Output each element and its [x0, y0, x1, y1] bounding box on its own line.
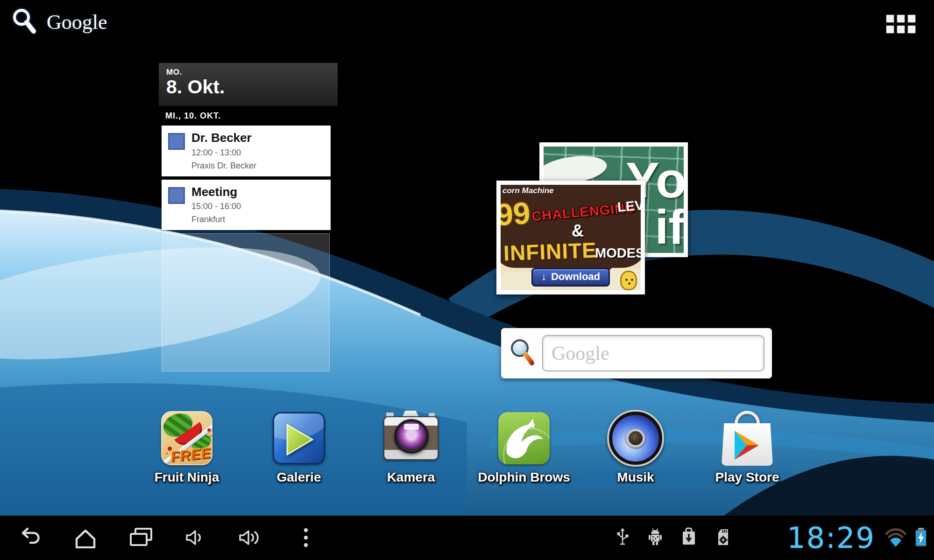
app-musik[interactable]: Musik	[584, 411, 687, 485]
volume-down-button[interactable]	[183, 527, 207, 550]
quick-search-bar[interactable]: Google	[11, 7, 107, 37]
play-store-icon	[720, 411, 775, 466]
app-label: Dolphin Brows	[478, 470, 570, 485]
download-button-label: Download	[551, 271, 600, 283]
free-badge: FREE	[170, 445, 212, 465]
calendar-section-header: MI., 10. OKT.	[165, 111, 338, 121]
app-label: Fruit Ninja	[155, 470, 219, 485]
back-button[interactable]	[15, 527, 44, 550]
app-fruit-ninja[interactable]: FREE Fruit Ninja	[135, 411, 238, 485]
status-clock-tray[interactable]: 18:29	[787, 516, 927, 560]
event-time: 15:00 - 16:00	[191, 202, 241, 211]
ad-modes-text: MODES	[595, 245, 641, 261]
app-label: Galerie	[277, 470, 321, 485]
wifi-icon	[884, 526, 908, 550]
app-label: Play Store	[715, 470, 779, 485]
event-color-square	[168, 133, 185, 150]
download-arrow-icon: ↓	[541, 271, 546, 283]
gallery-icon	[271, 411, 326, 466]
app-play-store[interactable]: Play Store	[696, 411, 799, 485]
calendar-event[interactable]: Dr. Becker 12:00 - 13:00 Praxis Dr. Beck…	[162, 126, 331, 176]
battery-icon	[914, 526, 927, 550]
ad-count-text: 99	[501, 195, 531, 233]
shopping-bag	[722, 423, 773, 466]
dolphin-browser-icon	[496, 411, 552, 466]
home-button[interactable]	[71, 527, 100, 550]
apps-grid-icon	[897, 26, 905, 33]
sd-card-icon	[715, 527, 730, 549]
fruit-ninja-icon: FREE	[159, 411, 214, 466]
event-time: 12:00 - 13:00	[191, 148, 256, 158]
search-magnifier-icon	[509, 337, 536, 370]
adb-debug-icon	[647, 527, 663, 549]
popcorn-character	[620, 271, 637, 290]
system-bar: 18:29	[0, 516, 934, 560]
app-label: Kamera	[387, 470, 435, 485]
lens-glint	[404, 424, 419, 430]
recent-apps-button[interactable]	[127, 527, 156, 550]
search-icon	[11, 7, 37, 37]
game-ad-widget[interactable]: corn Machine 99 CHALLENGING LEVEL & INFI…	[496, 181, 645, 294]
dock: FREE Fruit Ninja	[0, 411, 934, 499]
usb-icon	[616, 527, 630, 549]
menu-overflow-button[interactable]	[303, 527, 309, 550]
event-location: Praxis Dr. Becker	[191, 161, 256, 171]
apps-grid-icon	[886, 15, 894, 22]
google-search-widget[interactable]: Google	[501, 328, 772, 378]
music-speaker-icon	[608, 411, 663, 466]
app-label: Musik	[617, 470, 654, 485]
calendar-widget-empty-area[interactable]	[162, 233, 330, 371]
app-galerie[interactable]: Galerie	[248, 411, 350, 485]
ad-infinite-text: INFINITE	[503, 238, 597, 266]
download-button[interactable]: ↓ Download	[531, 268, 610, 287]
ad-brand-text: corn Machine	[502, 186, 554, 196]
apps-grid-icon	[897, 15, 905, 22]
event-title: Meeting	[191, 185, 241, 199]
speaker-cone	[612, 415, 659, 462]
search-input[interactable]: Google	[542, 335, 764, 371]
app-kamera[interactable]: Kamera	[360, 411, 462, 485]
apps-grid-icon	[908, 15, 915, 22]
status-clock: 18:29	[787, 524, 875, 553]
event-title: Dr. Becker	[191, 131, 256, 145]
notification-icons-tray[interactable]	[616, 516, 730, 560]
app-dolphin-browser[interactable]: Dolphin Brows	[473, 411, 575, 485]
home-screen: Google MO. 8. Okt. MI., 10. OKT. Dr. Bec…	[0, 0, 934, 560]
calendar-widget[interactable]: MO. 8. Okt. MI., 10. OKT. Dr. Becker 12:…	[159, 63, 338, 371]
all-apps-button[interactable]	[886, 15, 915, 33]
event-location: Frankfurt	[191, 215, 241, 224]
usb-storage-icon	[681, 527, 697, 549]
search-placeholder: Google	[552, 342, 609, 364]
calendar-date: 8. Okt.	[166, 77, 330, 97]
google-logo: Google	[47, 10, 107, 34]
speaker-center	[626, 429, 645, 448]
video-art-text: if	[655, 203, 684, 251]
apps-grid-icon	[886, 26, 894, 33]
apps-grid-icon	[908, 26, 915, 33]
volume-up-button[interactable]	[237, 527, 264, 550]
game-ad-art: corn Machine 99 CHALLENGING LEVEL & INFI…	[501, 185, 641, 290]
calendar-header[interactable]: MO. 8. Okt.	[159, 63, 338, 106]
camera-icon	[383, 411, 439, 466]
event-color-square	[168, 187, 185, 204]
calendar-event[interactable]: Meeting 15:00 - 16:00 Frankfurt	[162, 180, 331, 231]
calendar-day-abbrev: MO.	[166, 68, 330, 77]
